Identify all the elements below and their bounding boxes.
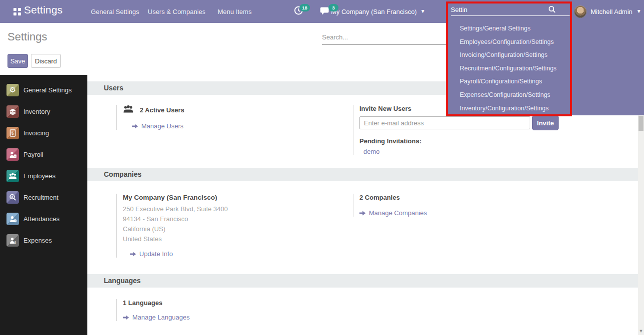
svg-text:$: $ <box>14 155 15 157</box>
companies-section-row: My Company (San Francisco) 250 Executive… <box>116 194 638 258</box>
scroll-down-arrow-icon[interactable]: ▼ <box>638 329 644 334</box>
search-suggestions-list: Settings/General Settings Employees/Conf… <box>447 22 573 115</box>
active-users-count: 2 Active Users <box>140 106 184 114</box>
message-count-badge: 3 <box>328 4 338 11</box>
sidebar-item-attendances[interactable]: Attendances <box>0 208 87 230</box>
company-switcher-label: My Company (San Francisco) <box>331 8 417 15</box>
invite-email-input[interactable] <box>359 116 530 129</box>
payroll-person-icon: $ <box>6 148 19 161</box>
manage-users-link[interactable]: Manage Users <box>132 122 353 130</box>
company-address-line: 250 Executive Park Blvd, Suite 3400 <box>123 204 353 214</box>
languages-section-row: 1 Languages Manage Languages <box>116 299 638 321</box>
company-address-line: 94134 - San Francisco <box>123 214 353 224</box>
company-info-block: My Company (San Francisco) 250 Executive… <box>116 194 353 258</box>
manage-companies-link[interactable]: Manage Companies <box>359 209 427 217</box>
sidebar-item-general-settings[interactable]: ⚙ General Settings <box>0 79 87 101</box>
apps-menu-icon[interactable] <box>13 8 21 15</box>
sidebar-item-recruitment[interactable]: Recruitment <box>0 187 87 208</box>
search-icon <box>548 5 556 15</box>
sidebar-item-inventory[interactable]: Inventory <box>0 101 87 122</box>
languages-count: 1 Languages <box>123 299 353 307</box>
user-avatar <box>574 5 587 18</box>
update-info-link[interactable]: Update Info <box>130 250 353 258</box>
suggestion-invoicing-settings[interactable]: Invoicing/Configuration/Settings <box>447 48 573 62</box>
nav-item-menu-items[interactable]: Menu Items <box>218 0 252 23</box>
discard-button[interactable]: Discard <box>31 54 61 68</box>
companies-count: 2 Companies <box>359 194 427 201</box>
sidebar-item-expenses[interactable]: $ Expenses <box>0 230 87 251</box>
chevron-down-icon: ▼ <box>637 9 642 14</box>
users-group-icon <box>123 105 134 115</box>
invite-button[interactable]: Invite <box>532 115 559 130</box>
records-search-input[interactable] <box>322 30 447 45</box>
suggestion-inventory-settings[interactable]: Inventory/Configuration/Settings <box>447 102 573 115</box>
scrollbar-thumb[interactable] <box>639 116 644 131</box>
company-switcher[interactable]: My Company (San Francisco) ▼ <box>331 0 425 23</box>
recruitment-search-icon <box>6 191 19 204</box>
settings-app-window: Settings General Settings Users & Compan… <box>0 0 644 335</box>
suggestion-recruitment-settings[interactable]: Recruitment/Configuration/Settings <box>447 62 573 75</box>
chevron-down-icon: ▼ <box>420 9 425 14</box>
arrow-right-icon <box>123 315 129 320</box>
section-header-languages: Languages <box>87 274 638 288</box>
svg-text:$: $ <box>11 131 14 136</box>
suggestion-expenses-settings[interactable]: Expenses/Configuration/Settings <box>447 88 573 102</box>
manage-companies-block: 2 Companies Manage Companies <box>353 194 427 217</box>
company-address-line: California (US) <box>123 224 353 234</box>
save-button[interactable]: Save <box>7 54 28 68</box>
app-title: Settings <box>24 4 62 16</box>
company-name: My Company (San Francisco) <box>123 194 353 201</box>
languages-block: 1 Languages Manage Languages <box>116 299 353 321</box>
active-users-block: 2 Active Users Manage Users <box>116 105 353 130</box>
arrow-right-icon <box>132 124 138 129</box>
arrow-right-icon <box>359 211 366 216</box>
sidebar-item-payroll[interactable]: $ Payroll <box>0 144 87 165</box>
employees-group-icon <box>6 170 19 182</box>
page-title: Settings <box>7 30 47 43</box>
suggestion-employees-settings[interactable]: Employees/Configuration/Settings <box>447 35 573 49</box>
gear-icon: ⚙ <box>6 84 19 96</box>
settings-sidebar: ⚙ General Settings Inventory $ Invoicing <box>0 75 87 335</box>
section-header-companies: Companies <box>87 168 638 181</box>
nav-item-users-companies[interactable]: Users & Companies <box>148 0 206 23</box>
suggestion-settings-general[interactable]: Settings/General Settings <box>447 22 573 35</box>
user-menu[interactable]: Mitchell Admin ▼ <box>574 0 642 23</box>
vertical-scrollbar[interactable]: ▼ <box>638 115 644 335</box>
manage-languages-link[interactable]: Manage Languages <box>123 314 353 321</box>
pending-invitations-label: Pending Invitations: <box>359 137 559 145</box>
expense-person-icon: $ <box>6 234 19 247</box>
sidebar-item-invoicing[interactable]: $ Invoicing <box>0 122 87 144</box>
user-menu-label: Mitchell Admin <box>591 8 633 15</box>
suggestion-payroll-settings[interactable]: Payroll/Configuration/Settings <box>447 75 573 88</box>
arrow-right-icon <box>130 252 136 257</box>
inventory-box-icon <box>6 105 19 118</box>
attendance-person-icon <box>6 213 19 225</box>
pending-user-link[interactable]: demo <box>363 148 559 155</box>
sidebar-item-employees[interactable]: Employees <box>0 165 87 187</box>
activity-count-badge: 18 <box>300 4 310 11</box>
invoice-document-icon: $ <box>6 127 19 139</box>
svg-text:$: $ <box>14 241 16 244</box>
company-address-line: United States <box>123 234 353 244</box>
nav-item-general-settings[interactable]: General Settings <box>91 0 139 23</box>
